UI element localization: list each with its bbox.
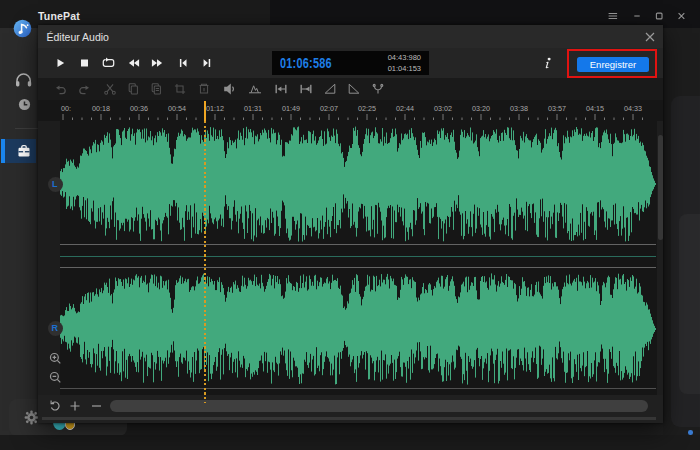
- svg-text:00:36: 00:36: [130, 104, 148, 113]
- svg-text:03:20: 03:20: [472, 104, 490, 113]
- svg-text:04:15: 04:15: [586, 104, 604, 113]
- svg-text:01:49: 01:49: [282, 104, 300, 113]
- svg-text:02:44: 02:44: [396, 104, 414, 113]
- svg-text:03:38: 03:38: [510, 104, 528, 113]
- svg-text:00:: 00:: [61, 104, 71, 113]
- svg-text:03:02: 03:02: [434, 104, 452, 113]
- svg-text:02:07: 02:07: [320, 104, 338, 113]
- svg-text:00:54: 00:54: [168, 104, 186, 113]
- svg-text:00:18: 00:18: [92, 104, 110, 113]
- svg-text:02:25: 02:25: [358, 104, 376, 113]
- svg-text:03:57: 03:57: [548, 104, 566, 113]
- svg-text:04:33: 04:33: [624, 104, 642, 113]
- svg-text:01:12: 01:12: [206, 104, 224, 113]
- svg-text:01:31: 01:31: [244, 104, 262, 113]
